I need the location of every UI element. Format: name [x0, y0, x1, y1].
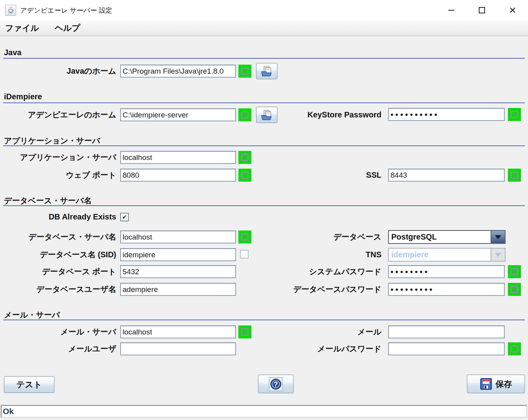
menu-file[interactable]: ファイル: [0, 20, 44, 35]
app-server-input[interactable]: [120, 151, 236, 164]
section-idempiere: iDempiere: [4, 92, 42, 101]
section-divider: [3, 205, 525, 206]
web-port-label: ウェブ ポート: [0, 169, 116, 182]
section-app-server: アプリケーション・サーバ: [4, 136, 100, 146]
db-port-input[interactable]: [120, 265, 236, 278]
mail-password-label: メールパスワード: [221, 342, 381, 355]
save-floppy-icon: [480, 378, 492, 390]
maximize-button[interactable]: [467, 0, 497, 20]
window-controls: ✕: [436, 0, 528, 20]
mail-server-label: メール・サーバ: [0, 325, 116, 338]
db-server-input[interactable]: [120, 230, 236, 243]
java-home-verified-checkbox[interactable]: [238, 65, 251, 78]
mail-password-verified-checkbox[interactable]: [508, 342, 521, 355]
close-button[interactable]: ✕: [497, 0, 528, 20]
ssl-port-input[interactable]: [388, 169, 505, 182]
section-divider: [3, 320, 525, 320]
chevron-down-icon[interactable]: [491, 231, 505, 243]
check-icon: [511, 268, 518, 275]
mail-input[interactable]: [388, 325, 505, 338]
db-type-select[interactable]: PostgreSQL: [388, 230, 506, 244]
db-exists-label: DB Already Exists: [0, 211, 116, 222]
db-user-input[interactable]: [120, 283, 236, 296]
db-password-input[interactable]: [388, 283, 505, 296]
db-port-label: データベース ポート: [0, 265, 116, 278]
db-type-value: PostgreSQL: [389, 231, 491, 243]
tns-select: idempiere: [388, 248, 506, 262]
save-button-label: 保存: [496, 379, 512, 390]
mail-user-input[interactable]: [120, 342, 236, 355]
open-folder-icon: [260, 66, 273, 77]
status-text: Ok: [2, 407, 14, 416]
check-icon: [241, 154, 249, 161]
idempiere-home-label: アデンピエーレのホーム: [0, 108, 116, 121]
help-icon: ?: [269, 377, 283, 391]
db-type-label: データベース: [221, 230, 381, 243]
mail-label: メール: [221, 325, 381, 338]
db-name-input[interactable]: [120, 248, 236, 261]
db-password-verified-checkbox[interactable]: [508, 283, 521, 296]
keystore-password-input[interactable]: [388, 108, 505, 121]
web-port-input[interactable]: [120, 169, 236, 182]
section-divider: [3, 145, 525, 146]
question-glyph: ?: [274, 381, 278, 388]
menubar: ファイル ヘルプ: [0, 20, 528, 36]
check-icon: [241, 67, 249, 75]
java-home-input[interactable]: [120, 65, 236, 78]
tns-label: TNS: [221, 248, 381, 261]
chevron-down-icon: [491, 249, 505, 261]
db-user-label: データベースユーザ名: [0, 283, 116, 296]
system-password-input[interactable]: [388, 265, 505, 278]
check-icon: [511, 171, 518, 179]
ssl-label: SSL: [221, 169, 381, 182]
save-button[interactable]: 保存: [467, 375, 525, 393]
minimize-button[interactable]: [436, 0, 467, 20]
section-divider: [3, 102, 525, 103]
minimize-icon: [448, 10, 454, 11]
idempiere-home-input[interactable]: [120, 108, 236, 121]
app-server-label: アプリケーション・サーバ: [0, 151, 116, 164]
section-mail: メール・サーバ: [4, 310, 60, 320]
db-server-label: データベース・サーバ名: [0, 230, 116, 243]
setup-window: アデンピエーレ サーバー 設定 ✕ ファイル ヘルプ Java Javaのホーム…: [0, 0, 528, 420]
mail-server-input[interactable]: [120, 325, 236, 338]
check-icon: [511, 286, 518, 293]
mail-password-input[interactable]: [388, 342, 505, 355]
maximize-icon: [479, 7, 485, 13]
mail-user-label: メールユーザ: [0, 342, 116, 355]
titlebar: アデンピエーレ サーバー 設定 ✕: [0, 0, 528, 20]
test-button[interactable]: テスト: [4, 376, 54, 393]
window-title: アデンピエーレ サーバー 設定: [20, 6, 112, 15]
tns-value: idempiere: [389, 249, 491, 261]
java-home-label: Javaのホーム: [0, 65, 116, 78]
bottom-strip: [0, 418, 528, 420]
ssl-verified-checkbox[interactable]: [508, 169, 521, 182]
section-java: Java: [4, 48, 22, 57]
system-password-verified-checkbox[interactable]: [508, 265, 521, 278]
check-icon: [511, 345, 518, 353]
status-bar: Ok: [1, 405, 527, 418]
menu-help[interactable]: ヘルプ: [50, 20, 85, 35]
section-divider: [3, 58, 525, 59]
db-name-label: データベース名 (SID): [0, 248, 116, 261]
db-exists-checkbox[interactable]: [120, 213, 129, 221]
close-icon: ✕: [509, 6, 516, 15]
db-password-label: データベースパスワード: [221, 283, 381, 296]
app-server-verified-checkbox[interactable]: [238, 151, 251, 164]
help-button[interactable]: ?: [258, 375, 294, 393]
section-database: データベース・サーバ名: [4, 195, 92, 206]
check-icon: [511, 111, 518, 118]
keystore-password-verified-checkbox[interactable]: [508, 108, 521, 121]
java-home-browse-button[interactable]: [256, 63, 277, 79]
keystore-password-label: KeyStore Password: [221, 108, 381, 121]
java-app-icon: [5, 5, 16, 16]
system-password-label: システムパスワード: [221, 265, 381, 278]
